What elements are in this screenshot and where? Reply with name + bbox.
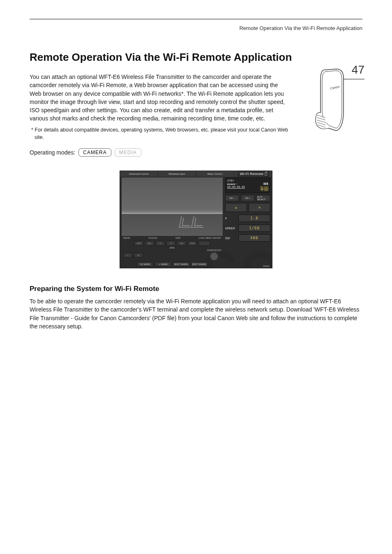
startstop-label: START/STOP [207, 249, 221, 252]
nd-slot-buttons: ND − ND + SLOT SELECT [225, 195, 270, 201]
iso-value[interactable]: 400 [238, 234, 270, 242]
liveview-toggle-button[interactable] [198, 241, 210, 246]
wb-b-button[interactable]: ☀ [249, 203, 270, 212]
lock-icon [265, 173, 267, 175]
startstop-button[interactable] [210, 252, 219, 261]
operating-modes: Operating modes: CAMERA MEDIA [30, 148, 362, 157]
intro-paragraph: You can attach an optional WFT-E6 Wirele… [30, 73, 288, 123]
tab-basic-control[interactable]: Basic Control [196, 171, 234, 177]
horizon-line [122, 213, 223, 214]
scene-chair [180, 216, 192, 228]
top-rule [30, 19, 362, 19]
focus-near-2-button[interactable]: << [145, 241, 154, 246]
scene-chair [192, 216, 205, 228]
iris-minus-button[interactable]: − [123, 253, 132, 258]
mode-camera-badge: CAMERA [78, 148, 111, 157]
battery-icon: ▮▮▮ [263, 182, 268, 185]
live-view-preview [122, 178, 223, 236]
focus-far-3-button[interactable]: >>> [188, 241, 197, 246]
tab-metadata-input[interactable]: Metadata Input [158, 171, 196, 177]
footnote: * For details about compatible devices, … [30, 126, 288, 141]
shot-mark-2-button[interactable]: SHOT MARK2 [191, 262, 208, 267]
wb-a-button[interactable]: A [225, 203, 247, 212]
transmitter-illustration: Canon [313, 67, 350, 133]
intro-block: You can attach an optional WFT-E6 Wirele… [30, 73, 288, 141]
shot-mark-1-button[interactable]: SHOT MARK1 [173, 262, 189, 267]
mark-buttons: OK MARK ✓ MARK SHOT MARK1 SHOT MARK2 [122, 262, 223, 267]
ok-mark-button[interactable]: OK MARK [137, 262, 153, 267]
aperture-value[interactable]: 1.8 [238, 215, 270, 222]
page-title: Remote Operation Via the Wi-Fi Remote Ap… [30, 51, 362, 64]
running-head: Remote Operation Via the Wi-Fi Remote Ap… [30, 25, 362, 31]
focus-labels: NEAR FOCUS FAR LIVE VIEW ON/OFF [122, 236, 223, 240]
iso-param: ISO 400 [225, 234, 270, 242]
far-label: FAR [175, 237, 180, 239]
near-label: NEAR [123, 237, 130, 239]
page-layout: 47 Remote Operation Via the Wi-Fi Remote… [30, 51, 362, 330]
stby-label: STBY [227, 179, 268, 182]
wifi-remote-screenshot: CO Advanced Control Metadata Input Basic… [120, 171, 272, 268]
timecode-value: 00:00:00.00 [227, 185, 245, 189]
operating-modes-label: Operating modes: [30, 149, 75, 156]
focus-near-1-button[interactable]: < [156, 241, 165, 246]
focus-label: FOCUS [148, 237, 157, 239]
liveview-label: LIVE VIEW ON/OFF [199, 237, 221, 239]
iris-plus-button[interactable]: + [134, 253, 143, 258]
speed-value[interactable]: 1/60 [238, 224, 270, 232]
figure-footer: Canon [263, 265, 270, 267]
speed-param: SPEED 1/60 [225, 224, 270, 232]
section-heading: Preparing the System for Wi-Fi Remote [30, 285, 362, 293]
wifi-remote-card: CO Advanced Control Metadata Input Basic… [120, 171, 272, 268]
speed-label: SPEED [225, 227, 237, 230]
aperture-label: F [225, 217, 237, 220]
status-box: STBY ■■■■□ ▮▮▮ 00:00:00.00 54 min 75 min [225, 178, 270, 193]
tab-advanced-control[interactable]: Advanced Control [120, 171, 158, 177]
section-paragraph: To be able to operate the camcorder remo… [30, 297, 362, 330]
slot-select-button[interactable]: SLOT SELECT [256, 195, 270, 201]
wifi-remote-title-text: Wi-Fi Remote [240, 172, 263, 176]
nd-plus-button[interactable]: ND + [241, 195, 255, 201]
focus-buttons: <<< << < > >> >>> [122, 241, 223, 246]
slot-a-remaining: 54 min [260, 186, 268, 189]
nd-minus-button[interactable]: ND − [225, 195, 239, 201]
focus-far-2-button[interactable]: >> [177, 241, 186, 246]
wifi-remote-title: Wi-Fi Remote [238, 171, 270, 177]
wb-buttons: A ☀ [225, 203, 270, 212]
iso-label: ISO [225, 237, 237, 240]
slot-b-remaining: 75 min [260, 189, 268, 192]
wifi-remote-main: NEAR FOCUS FAR LIVE VIEW ON/OFF <<< << <… [122, 178, 223, 267]
aperture-param: F 1.8 [225, 215, 270, 222]
wifi-remote-sidebar: STBY ■■■■□ ▮▮▮ 00:00:00.00 54 min 75 min [225, 178, 270, 244]
mode-media-badge: MEDIA [115, 148, 141, 157]
check-mark-button[interactable]: ✓ MARK [155, 262, 171, 267]
focus-far-1-button[interactable]: > [166, 241, 175, 246]
focus-near-3-button[interactable]: <<< [134, 241, 143, 246]
